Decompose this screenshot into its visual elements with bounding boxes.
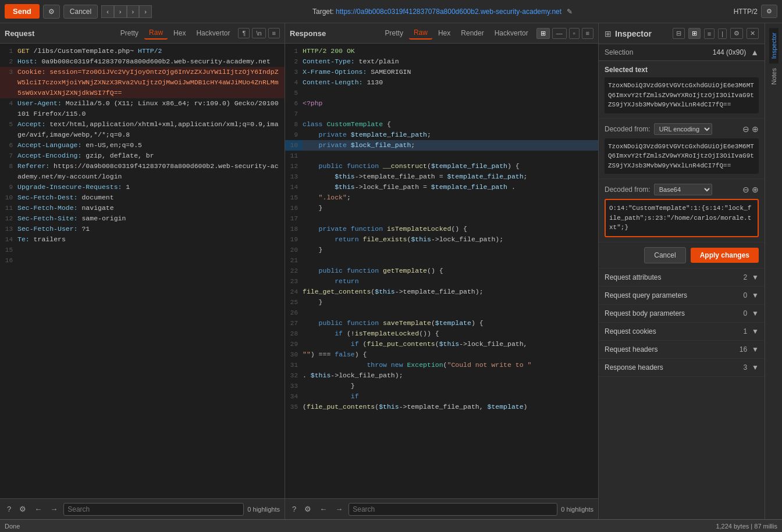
settings-button[interactable]: ⚙ xyxy=(43,5,60,19)
inspector-toggle[interactable]: ⚙ xyxy=(761,5,777,18)
response-line: 31 throw new Exception("Could not write … xyxy=(285,360,598,370)
decoded-url-select[interactable]: URL encoding Base64 HTML xyxy=(654,123,712,135)
response-line: 17 xyxy=(285,213,598,224)
selection-chevron-up[interactable]: ▲ xyxy=(751,48,759,57)
response-help-btn[interactable]: ? xyxy=(290,504,298,515)
decoded-base64-from-label: Decoded from: xyxy=(605,185,651,194)
target-url: Target: https://0a9b008c0319f412837078a8… xyxy=(155,8,730,16)
request-line: 10 Sec-Fetch-Dest: document xyxy=(0,192,285,203)
decoded-url-plus-btn[interactable]: ⊕ xyxy=(752,124,759,134)
response-indent-btn[interactable]: — xyxy=(552,28,567,39)
nav-prev-button[interactable]: › xyxy=(139,5,152,18)
selected-text-title: Selected text xyxy=(605,66,759,74)
accordion-cookies[interactable]: Request cookies 1 ▼ xyxy=(599,323,765,341)
response-line: 9 private $template_file_path; xyxy=(285,130,598,140)
request-pane: Request Pretty Raw Hex Hackvertor ¶ \n ≡… xyxy=(0,23,285,519)
inspector-split-btn[interactable]: | xyxy=(718,28,727,39)
tab-response-hex[interactable]: Hex xyxy=(433,27,455,39)
tab-response-hackvertor[interactable]: Hackvertor xyxy=(490,27,533,39)
tab-request-hex[interactable]: Hex xyxy=(169,27,190,39)
tab-response-pretty[interactable]: Pretty xyxy=(381,27,408,39)
response-line: 21 xyxy=(285,255,598,266)
response-more-btn[interactable]: ≡ xyxy=(582,28,593,39)
response-line: 20 } xyxy=(285,245,598,255)
response-line: 22 public function getTemplate() { xyxy=(285,266,598,276)
tab-request-pretty[interactable]: Pretty xyxy=(116,27,143,39)
response-line: 28 if (!isTemplateLocked()) { xyxy=(285,329,598,339)
send-button[interactable]: Send xyxy=(5,4,40,19)
inspector-icon-grid: ⊞ xyxy=(605,29,612,38)
accordion-request-attributes[interactable]: Request attributes 2 ▼ xyxy=(599,269,765,287)
request-bottom-bar: ? ⚙ ← → 0 highlights xyxy=(0,498,285,519)
edit-icon: ✎ xyxy=(567,8,573,16)
request-more-btn[interactable]: ≡ xyxy=(268,28,280,38)
top-toolbar: Send ⚙ Cancel ‹ › › › Target: https://0a… xyxy=(0,0,782,23)
target-url-value: https://0a9b008c0319f412837078a800d600b2… xyxy=(336,8,561,16)
response-line: 27 public function saveTemplate($templat… xyxy=(285,318,598,329)
nav-prev2-button[interactable]: ‹ xyxy=(101,5,114,18)
request-forward-btn[interactable]: → xyxy=(48,504,60,515)
decoded-base64-header: Decoded from: Base64 URL encoding HTML ⊖… xyxy=(605,184,759,195)
tab-response-raw[interactable]: Raw xyxy=(409,27,432,40)
accordion-query-params[interactable]: Request query parameters 0 ▼ xyxy=(599,287,765,305)
response-highlights: 0 highlights xyxy=(561,506,593,513)
inspector-close-btn[interactable]: ✕ xyxy=(747,28,759,39)
request-back-btn[interactable]: ← xyxy=(32,504,44,515)
accordion-request-headers[interactable]: Request headers 16 ▼ xyxy=(599,341,765,359)
decoded-base64-minus-btn[interactable]: ⊖ xyxy=(742,185,749,194)
response-line: 1 HTTP/2 200 OK xyxy=(285,46,598,56)
response-tab-icons: ⊞ — ▫ ≡ xyxy=(536,28,593,39)
sidebar-tab-notes[interactable]: Notes xyxy=(769,63,779,90)
decoded-url-text: TzoxNDoiQ3VzdG9tVGVtcGxhdGUiOjE6e3M6MTQ6… xyxy=(605,138,759,174)
decoded-from-label: Decoded from: xyxy=(605,125,651,133)
sidebar-tab-inspector[interactable]: Inspector xyxy=(769,28,779,63)
response-search-input[interactable] xyxy=(349,503,557,516)
selected-text-content: TzoxNDoiQ3VzdG9tVGVtcGxhdGUiOjE6e3M6MTQ6… xyxy=(605,77,759,113)
response-line: 25 } xyxy=(285,297,598,308)
tab-request-raw[interactable]: Raw xyxy=(144,27,168,40)
tab-request-hackvertor[interactable]: Hackvertor xyxy=(191,27,234,39)
inspector-align-btn[interactable]: ≡ xyxy=(704,28,715,39)
status-text: Done xyxy=(5,523,716,530)
request-wordwrap-btn[interactable]: ¶ xyxy=(238,28,250,38)
cancel-changes-button[interactable]: Cancel xyxy=(644,247,685,263)
selection-value: 144 (0x90) xyxy=(713,48,746,56)
request-line: 6 Accept-Language: en-US,en;q=0.5 xyxy=(0,140,285,151)
request-line: 13 Sec-Fetch-User: ?1 xyxy=(0,224,285,234)
request-help-btn[interactable]: ? xyxy=(5,504,13,515)
request-settings-btn[interactable]: ⚙ xyxy=(17,504,29,515)
request-header: Request Pretty Raw Hex Hackvertor ¶ \n ≡ xyxy=(0,23,285,44)
cancel-button[interactable]: Cancel xyxy=(63,5,98,19)
accordion-response-headers[interactable]: Response headers 3 ▼ xyxy=(599,359,765,377)
response-line: 29 if (file_put_contents($this->lock_fil… xyxy=(285,339,598,349)
inspector-settings-btn[interactable]: ⚙ xyxy=(730,28,743,39)
response-back-btn[interactable]: ← xyxy=(317,504,329,515)
apply-changes-button[interactable]: Apply changes xyxy=(691,248,759,263)
decoded-url-icons: ⊖ ⊕ xyxy=(742,124,759,134)
response-indent2-btn[interactable]: ▫ xyxy=(569,28,580,39)
inspector-list-btn[interactable]: ⊟ xyxy=(673,28,685,39)
accordion-body-params[interactable]: Request body parameters 0 ▼ xyxy=(599,305,765,323)
request-line: 3 Cookie: session=Tzo0OiJVc2VyIjoyOntzOj… xyxy=(0,67,285,98)
response-forward-btn[interactable]: → xyxy=(333,504,345,515)
decoded-url-header: Decoded from: URL encoding Base64 HTML ⊖… xyxy=(605,123,759,135)
request-search-input[interactable] xyxy=(63,503,244,516)
response-line: 16 } xyxy=(285,203,598,213)
status-info: 1,224 bytes | 87 millis xyxy=(716,523,777,530)
request-tab-icons: ¶ \n ≡ xyxy=(238,28,280,38)
response-wordwrap-btn[interactable]: ⊞ xyxy=(536,28,550,39)
inspector-inspector-btn[interactable]: ⊞ xyxy=(688,28,701,39)
response-line: 26 xyxy=(285,308,598,318)
decoded-base64-box: O:14:"CustomTemplate":1:{s:14:"lock_file… xyxy=(605,199,759,237)
response-settings-btn[interactable]: ⚙ xyxy=(302,504,314,515)
response-line: 10 private $lock_file_path; xyxy=(285,140,598,151)
response-line: 30 "") === false) { xyxy=(285,349,598,360)
tab-response-render[interactable]: Render xyxy=(456,27,488,39)
request-indent-btn[interactable]: \n xyxy=(252,28,265,38)
decoded-url-minus-btn[interactable]: ⊖ xyxy=(742,124,749,134)
nav-next2-button[interactable]: › xyxy=(127,5,140,18)
decoded-base64-select[interactable]: Base64 URL encoding HTML xyxy=(654,184,712,195)
nav-next-button[interactable]: › xyxy=(114,5,127,18)
request-line: 2 Host: 0a9b008c0319f412837078a800d600b2… xyxy=(0,56,285,67)
decoded-base64-plus-btn[interactable]: ⊕ xyxy=(752,185,759,194)
